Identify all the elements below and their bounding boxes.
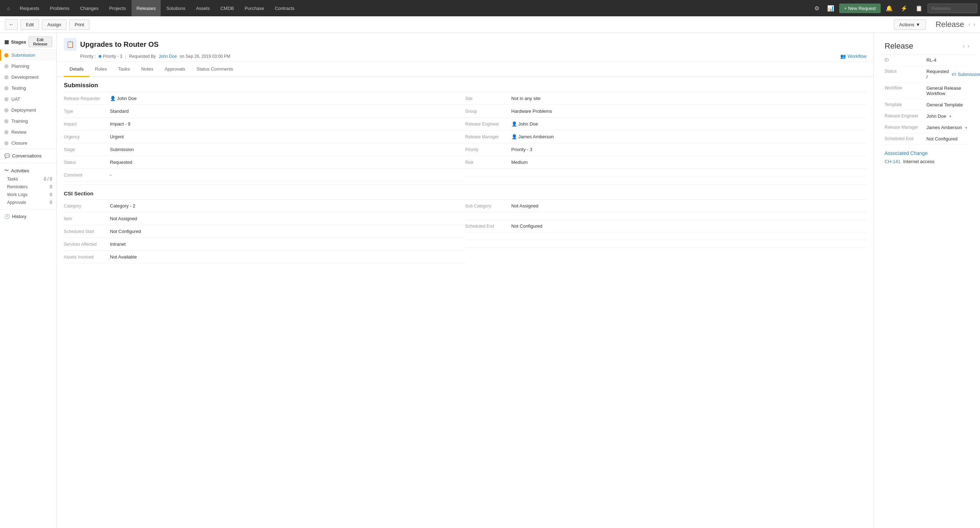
- bell-icon-btn[interactable]: 🔔: [883, 0, 896, 16]
- home-nav-item[interactable]: ⌂: [3, 0, 14, 16]
- print-button[interactable]: Print: [69, 19, 89, 30]
- stage-development[interactable]: Development: [0, 72, 56, 83]
- detail-release-manager: Release Manager 👤 James Amberson: [465, 130, 867, 143]
- stage-uat[interactable]: UAT: [0, 94, 56, 105]
- tab-status-comments[interactable]: Status Comments: [191, 62, 239, 77]
- edit-button[interactable]: Edit: [21, 19, 39, 30]
- actions-button[interactable]: Actions ▼: [894, 19, 926, 30]
- csi-label-item: Item: [64, 216, 110, 221]
- history-header[interactable]: 🕐 History: [4, 212, 52, 221]
- back-button[interactable]: ←: [5, 19, 18, 30]
- detail-label-priority: Priority: [465, 147, 511, 152]
- work-logs-stat[interactable]: Work Logs 0: [4, 191, 52, 199]
- info-id: ID RL-4: [885, 55, 969, 66]
- reminders-stat[interactable]: Reminders 0: [4, 183, 52, 191]
- toolbar: ← Edit Assign Print Actions ▼ Release ‹ …: [0, 16, 980, 33]
- release-manager-chevron[interactable]: ▼: [964, 126, 968, 130]
- new-request-button[interactable]: + New Request: [839, 3, 881, 13]
- stage-testing[interactable]: Testing: [0, 83, 56, 94]
- release-prev-icon[interactable]: ‹: [968, 21, 970, 28]
- tab-notes[interactable]: Notes: [135, 62, 159, 77]
- info-scheduled-end: Scheduled End Not Configured: [885, 133, 969, 145]
- stages-icon: ▦: [4, 39, 9, 45]
- right-panel-prev-btn[interactable]: ‹: [963, 43, 964, 49]
- tab-approvals[interactable]: Approvals: [159, 62, 191, 77]
- nav-releases[interactable]: Releases: [132, 0, 161, 16]
- workflow-button[interactable]: 👥 Workflow: [840, 54, 867, 59]
- detail-value-release-engineer: 👤 John Doe: [511, 121, 538, 127]
- detail-value-group: Hardware Problems: [511, 108, 552, 114]
- detail-impact: Impact Impact - 9: [64, 118, 465, 130]
- csi-value-services-affected: Intranet: [110, 242, 126, 247]
- nav-projects[interactable]: Projects: [104, 0, 131, 16]
- right-panel-next-btn[interactable]: ›: [967, 43, 969, 49]
- main-layout: ▦ Stages Edit Release Submission Plannin…: [0, 33, 980, 528]
- csi-section-title: CSI Section: [64, 184, 867, 199]
- info-value-id: RL-4: [926, 57, 936, 63]
- reminders-label: Reminders: [7, 184, 28, 189]
- nav-changes[interactable]: Changes: [75, 0, 103, 16]
- associated-change-title[interactable]: Associated Change: [885, 150, 969, 156]
- detail-label-stage: Stage: [64, 147, 110, 152]
- change-id[interactable]: CH-141: [885, 159, 900, 164]
- conversations-header[interactable]: 💬 Conversations: [4, 152, 52, 160]
- release-next-icon[interactable]: ›: [973, 21, 975, 28]
- stage-label-review: Review: [11, 129, 27, 135]
- nav-problems[interactable]: Problems: [45, 0, 75, 16]
- workflow-label: Workflow: [848, 54, 867, 59]
- details-section: Release Requester 👤 John Doe Type Standa…: [57, 92, 873, 270]
- stage-label-deployment: Deployment: [11, 107, 36, 113]
- nav-assets[interactable]: Assets: [191, 0, 215, 16]
- assign-button[interactable]: Assign: [42, 19, 66, 30]
- release-header-wrapper: 📋 Upgrades to Router OS Priority : Prior…: [57, 33, 873, 77]
- release-header: 📋 Upgrades to Router OS Priority : Prior…: [57, 33, 873, 62]
- right-panel-content: ID RL-4 Status Requested / 🏷 Submission …: [880, 55, 974, 164]
- stage-deployment[interactable]: Deployment: [0, 105, 56, 116]
- tab-tasks[interactable]: Tasks: [113, 62, 135, 77]
- detail-urgency: Urgency Urgent: [64, 130, 465, 143]
- tab-details[interactable]: Details: [64, 62, 89, 77]
- approvals-stat[interactable]: Approvals 0: [4, 199, 52, 207]
- info-workflow: Workflow General Release Workflow: [885, 83, 969, 99]
- detail-label-release-manager: Release Manager: [465, 134, 511, 139]
- details-left-col: Release Requester 👤 John Doe Type Standa…: [64, 92, 465, 181]
- stage-submission[interactable]: Submission: [0, 50, 56, 60]
- tasks-stat[interactable]: Tasks 0 / 0: [4, 175, 52, 183]
- detail-label-urgency: Urgency: [64, 134, 110, 139]
- stage-content-title: Submission: [57, 77, 873, 92]
- nav-solutions[interactable]: Solutions: [161, 0, 190, 16]
- right-panel: Release ‹ › ID RL-4 Status Requested / 🏷…: [873, 33, 980, 528]
- detail-value-priority: Priority - 3: [511, 147, 532, 152]
- nav-contracts[interactable]: Contracts: [270, 0, 300, 16]
- stage-training[interactable]: Training: [0, 116, 56, 127]
- approvals-value: 0: [50, 200, 52, 205]
- nav-purchase[interactable]: Purchase: [240, 0, 269, 16]
- activities-header[interactable]: 〜 Activities: [4, 166, 52, 175]
- stage-planning[interactable]: Planning: [0, 60, 56, 72]
- nav-cmdb[interactable]: CMDB: [215, 0, 239, 16]
- info-release-engineer: Release Engineer John Doe ▼: [885, 111, 969, 122]
- actions-label: Actions: [899, 22, 915, 27]
- nav-requests[interactable]: Requests: [15, 0, 45, 16]
- settings-icon-btn[interactable]: ⚙: [811, 0, 822, 16]
- csi-detail-category: Category Category - 2: [64, 200, 465, 212]
- stage-closure[interactable]: Closure: [0, 138, 56, 149]
- tab-roles[interactable]: Roles: [89, 62, 113, 77]
- requested-by-user[interactable]: John Doe: [159, 54, 177, 59]
- csi-label-category: Category: [64, 204, 110, 208]
- search-input[interactable]: [928, 3, 977, 13]
- clipboard-icon-btn[interactable]: 📋: [913, 0, 925, 16]
- clipboard-icon: 📋: [915, 5, 923, 12]
- tasks-label: Tasks: [7, 177, 18, 181]
- edit-release-button[interactable]: Edit Release: [29, 37, 52, 47]
- detail-risk: Risk Medium: [465, 156, 867, 169]
- detail-value-release-manager: 👤 James Amberson: [511, 134, 554, 139]
- tabs-container: Details Roles Tasks Notes Approvals Stat…: [57, 62, 873, 77]
- content-area: 📋 Upgrades to Router OS Priority : Prior…: [57, 33, 873, 528]
- stage-review[interactable]: Review: [0, 127, 56, 138]
- info-label-release-manager: Release Manager: [885, 125, 924, 130]
- lightning-icon-btn[interactable]: ⚡: [898, 0, 910, 16]
- chart-icon-btn[interactable]: 📊: [824, 0, 837, 16]
- release-engineer-chevron[interactable]: ▼: [948, 115, 952, 118]
- lightning-icon: ⚡: [900, 5, 908, 12]
